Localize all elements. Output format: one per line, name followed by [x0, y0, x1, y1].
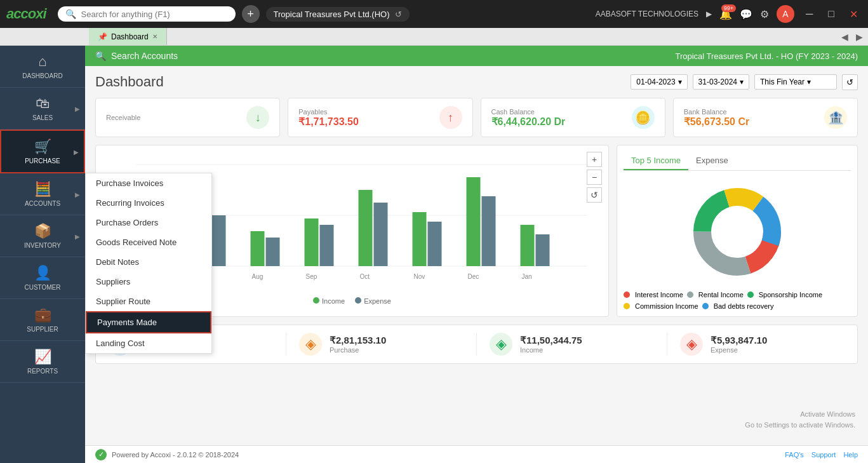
date-from-dropdown-icon[interactable]: ▾: [678, 77, 682, 86]
payables-label: Payables: [298, 108, 359, 116]
footer-help[interactable]: Help: [843, 451, 858, 459]
tab-expense[interactable]: Expense: [688, 152, 736, 170]
tab-label: Dashboard: [111, 32, 149, 41]
company-name: Tropical Treasures Pvt Ltd.(HO): [274, 10, 390, 19]
sales-arrow: ▶: [75, 105, 80, 112]
search-accounts-label[interactable]: Search Accounts: [111, 51, 178, 61]
chart-refresh[interactable]: ↺: [587, 187, 602, 203]
payables-card: Payables ₹1,71,733.50 ↑: [288, 98, 472, 137]
tab-pin: 📌: [98, 32, 107, 41]
commission-label: Commission Income: [635, 302, 698, 310]
svg-point-34: [713, 208, 761, 256]
company-info: Tropical Treasures Pvt Ltd. - HO (FY 202…: [675, 51, 858, 61]
cash-label: Cash Balance: [491, 108, 566, 116]
user-name: AABASOFT TECHNOLOGIES: [596, 10, 698, 18]
svg-rect-13: [359, 190, 373, 266]
purchase-dropdown: Purchase Invoices Recurring Invoices Pur…: [85, 173, 212, 354]
refresh-button[interactable]: ↺: [842, 74, 858, 90]
svg-rect-12: [320, 225, 334, 266]
search-icon: 🔍: [65, 9, 76, 19]
add-button[interactable]: +: [242, 5, 260, 23]
accounts-icon: 🧮: [34, 181, 51, 198]
company-selector[interactable]: Tropical Treasures Pvt Ltd.(HO) ↺: [266, 7, 410, 22]
accounts-arrow: ▶: [75, 191, 80, 198]
expense-stat-icon: ◈: [680, 333, 703, 356]
date-to-input[interactable]: 31-03-2024 ▾: [693, 74, 749, 90]
refresh-icon[interactable]: ↺: [395, 10, 402, 19]
dropdown-payments-made[interactable]: Payments Made: [86, 311, 211, 333]
sidebar-item-customer[interactable]: 👤 CUSTOMER: [0, 257, 85, 299]
maximize-button[interactable]: □: [824, 7, 838, 21]
svg-rect-19: [521, 225, 535, 266]
tab-top5-income[interactable]: Top 5 Income: [624, 152, 688, 170]
purchase-icon: 🛒: [34, 138, 51, 155]
sidebar-label-accounts: ACCOUNTS: [25, 200, 60, 207]
payables-icon: ↑: [439, 106, 462, 129]
sidebar-item-dashboard[interactable]: ⌂ DASHBOARD: [0, 46, 85, 88]
date-to-value: 31-03-2024: [698, 77, 737, 86]
svg-rect-11: [305, 218, 319, 266]
stat-expense: ◈ ₹5,93,847.10 Expense: [667, 333, 857, 356]
dropdown-purchase-orders[interactable]: Purchase Orders: [86, 213, 211, 232]
supplier-icon: 💼: [34, 307, 51, 323]
footer-powered-by: Powered by Accoxi - 2.0.12 © 2018-2024: [112, 451, 239, 459]
dashboard-icon: ⌂: [38, 53, 46, 70]
stat-purchase: ◈ ₹2,81,153.10 Purchase: [286, 333, 477, 356]
dropdown-recurring-invoices[interactable]: Recurring Invoices: [86, 193, 211, 213]
tab-close-icon[interactable]: ✕: [152, 33, 157, 40]
search-bar[interactable]: 🔍: [58, 6, 236, 22]
dropdown-landing-cost[interactable]: Landing Cost: [86, 333, 211, 353]
settings-icon[interactable]: ⚙: [760, 8, 769, 20]
sidebar-item-purchase[interactable]: 🛒 PURCHASE ▶: [0, 130, 85, 173]
date-to-dropdown-icon[interactable]: ▾: [740, 77, 744, 86]
receivable-label: Receivable: [106, 114, 140, 121]
commission-dot: [624, 303, 630, 309]
income-stat-value: ₹11,50,344.75: [520, 335, 582, 346]
sidebar-item-accounts[interactable]: 🧮 ACCOUNTS ▶: [0, 173, 85, 215]
chart-zoom-out[interactable]: −: [587, 170, 602, 185]
footer-faq[interactable]: FAQ's: [785, 451, 804, 459]
income-stat-label: Income: [520, 346, 582, 354]
income-legend: Income: [322, 297, 345, 305]
avatar[interactable]: A: [777, 5, 794, 23]
svg-text:Sep: Sep: [306, 273, 317, 280]
dropdown-purchase-invoices[interactable]: Purchase Invoices: [86, 173, 211, 193]
svg-rect-15: [413, 212, 427, 266]
tab-nav-right[interactable]: ▶: [853, 32, 865, 42]
footer-logo-icon: ✓: [95, 449, 107, 460]
close-button[interactable]: ✕: [846, 7, 862, 22]
legend-sponsorship: Sponsorship Income: [747, 291, 822, 299]
dropdown-goods-received-note[interactable]: Goods Received Note: [86, 232, 211, 252]
sidebar-item-sales[interactable]: 🛍 SALES ▶: [0, 88, 85, 130]
sidebar-item-inventory[interactable]: 📦 INVENTORY ▶: [0, 215, 85, 257]
dashboard-tab[interactable]: 📌 Dashboard ✕: [89, 28, 167, 45]
cash-balance-card: Cash Balance ₹6,44,620.20 Dr 🪙: [481, 98, 665, 137]
footer-left: ✓ Powered by Accoxi - 2.0.12 © 2018-2024: [95, 449, 239, 460]
message-icon[interactable]: 💬: [740, 8, 752, 20]
svg-rect-18: [482, 196, 496, 266]
dropdown-supplier-route[interactable]: Supplier Route: [86, 292, 211, 311]
sidebar-item-reports[interactable]: 📈 REPORTS: [0, 341, 85, 383]
search-input[interactable]: [81, 10, 221, 19]
dropdown-debit-notes[interactable]: Debit Notes: [86, 252, 211, 272]
svg-rect-16: [428, 222, 442, 266]
legend-rental: Rental Income: [687, 291, 744, 299]
svg-text:Dec: Dec: [468, 273, 479, 280]
sidebar-label-inventory: INVENTORY: [24, 242, 61, 249]
legend-bad-debts: Bad debts recovery: [702, 302, 774, 310]
svg-text:Aug: Aug: [252, 273, 264, 280]
sidebar: ⌂ DASHBOARD 🛍 SALES ▶ 🛒 PURCHASE ▶ 🧮 ACC…: [0, 46, 85, 463]
interest-dot: [624, 292, 630, 298]
sidebar-item-supplier[interactable]: 💼 SUPPLIER: [0, 299, 85, 341]
tab-nav-left[interactable]: ◀: [839, 32, 851, 42]
dropdown-suppliers[interactable]: Suppliers: [86, 272, 211, 292]
bad-debts-dot: [702, 303, 709, 309]
date-from-input[interactable]: 01-04-2023 ▾: [631, 74, 687, 90]
minimize-button[interactable]: ─: [802, 7, 817, 21]
footer-support[interactable]: Support: [811, 451, 836, 459]
fin-year-select[interactable]: This Fin Year ▾: [754, 74, 837, 90]
chart-zoom-in[interactable]: +: [587, 152, 602, 167]
header-search-icon: 🔍: [95, 51, 106, 61]
interest-label: Interest Income: [635, 291, 683, 299]
notification-icon[interactable]: 🔔 99+: [719, 8, 732, 20]
